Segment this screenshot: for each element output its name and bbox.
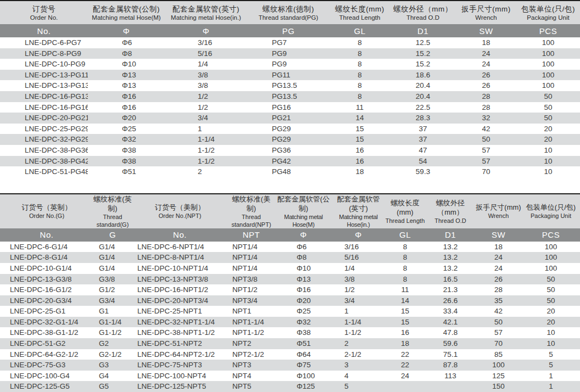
table-cell: LNE-DPC-25-G1	[0, 306, 93, 317]
table-row: LNE-DPC-125-G5G5LNE-DPC-125-NPT5NPT5Φ125…	[0, 381, 580, 392]
table-cell: 70	[475, 338, 522, 349]
table-cell: NPT3/4	[228, 295, 275, 306]
code-phi-metric: Φ	[275, 228, 332, 242]
code-gl: GL	[384, 228, 426, 242]
table-cell: NPT1-1/2	[228, 327, 275, 338]
table-cell: 18	[456, 37, 516, 48]
table-cell: 5	[522, 360, 580, 371]
table-cell: 1	[332, 306, 384, 317]
col-label-zh: 螺纹标准(美制)	[228, 194, 275, 213]
code-pg: PG	[247, 24, 330, 37]
table-cell: Φ13	[88, 80, 165, 91]
code-sw: SW	[456, 24, 516, 37]
table-row: LNE-DPC-51-PG48Φ512PG481859.37010	[0, 166, 580, 177]
table-cell: 85	[475, 349, 522, 360]
code-phi-metric: Φ	[88, 24, 165, 37]
table-cell: 24	[475, 252, 522, 263]
table-cell: 20	[516, 134, 580, 145]
col-thread-od: 螺纹外径（mm）Thread O.D	[390, 1, 456, 24]
table-row: LNE-DPC-32-PG29Φ321-1/4PG2915375020	[0, 134, 580, 145]
table-cell: 5/16	[165, 48, 247, 59]
table-cell: 15	[330, 134, 390, 145]
table-cell: 12.5	[390, 37, 456, 48]
table-cell: 42	[456, 124, 516, 135]
table-cell: LNE-DPC-13-NPT3/8	[132, 274, 228, 285]
col-label-en: Wrench	[475, 212, 522, 220]
table-cell: LNE-DPC-75-G3	[0, 360, 93, 371]
table-cell: 8	[384, 252, 426, 263]
col-label-zh: 配套金属软管(英寸)	[165, 4, 247, 14]
table-cell: Φ51	[88, 166, 165, 177]
col-label-zh: 螺纹标准(英制)	[93, 194, 132, 213]
table-row: LNE-DPC-16-PG13.5Φ161/2PG13.5820.42850	[0, 91, 580, 102]
table-cell: G1	[93, 306, 132, 317]
table-cell: 1/2	[165, 102, 247, 113]
table-cell: Φ75	[275, 360, 332, 371]
table-cell: LNE-DPC-32-PG29	[0, 134, 88, 145]
col-hose-metric: 配套金属软管(公制)Matching metal Hose(M)	[88, 1, 165, 24]
col-label-en: Thread standard(PG)	[247, 14, 330, 21]
table-cell: PG11	[247, 70, 330, 81]
table-cell: Φ25	[88, 124, 165, 135]
table-cell: 100	[516, 80, 580, 91]
table-row: LNE-DPC-10-G1/4G1/4LNE-DPC-10-NPT1/4NPT1…	[0, 263, 580, 274]
table-row: LNE-DPC-6-PG7Φ63/16PG7812.518100	[0, 37, 580, 48]
col-label-zh: 扳手尺寸(mm)	[475, 203, 522, 212]
table-cell: 50	[456, 134, 516, 145]
table-cell: 10	[516, 145, 580, 156]
table-cell: 20	[522, 317, 580, 328]
table-cell: NPT1	[228, 306, 275, 317]
table-cell: Φ16	[275, 284, 332, 295]
col-label-en: Matching metal Hose(M)	[275, 213, 332, 228]
table-cell: NPT3	[228, 360, 275, 371]
table-cell: PG9	[247, 48, 330, 59]
metric-pg-table-body: LNE-DPC-6-PG7Φ63/16PG7812.518100LNE-DPC-…	[0, 37, 580, 177]
metric-pg-table: 订货号Order No. 配套金属软管(公制)Matching metal Ho…	[0, 1, 580, 177]
table-cell: PG21	[247, 113, 330, 124]
code-no: No.	[0, 24, 88, 37]
table-cell: G1/2	[93, 284, 132, 295]
table-row: LNE-DPC-8-PG9Φ85/16PG9815.224100	[0, 48, 580, 59]
table-cell: 4	[332, 371, 384, 382]
col-label-zh: 包装单位(只/包)	[516, 4, 580, 14]
col-label-zh: 订货号（美制）	[132, 203, 228, 212]
table-cell: NPT2	[228, 338, 275, 349]
table-cell: 5/16	[332, 252, 384, 263]
table-cell: NPT2-1/2	[228, 349, 275, 360]
col-thread-standard-g: 螺纹标准(英制)Thread standard(G)	[93, 194, 132, 228]
table-cell: 100	[516, 70, 580, 81]
table-cell: LNE-DPC-25-NPT1	[132, 306, 228, 317]
header-row-codes: No. G No. NPT Φ Φ GL D1 SW PCS	[0, 228, 580, 242]
table-cell: 75.1	[426, 349, 475, 360]
col-hose-inch: 配套金属软管(英寸)Matching metal Hose(in.)	[165, 1, 247, 24]
col-thread-length: 螺纹长度(mm)Thread Length	[330, 1, 390, 24]
table-cell: 10	[516, 166, 580, 177]
table-cell: 100	[522, 263, 580, 274]
table-cell: G1/4	[93, 263, 132, 274]
table-cell: 16	[330, 145, 390, 156]
table-cell: 1	[165, 124, 247, 135]
table-cell: 47	[390, 145, 456, 156]
table-cell: 8	[330, 91, 390, 102]
table-cell: LNE-DPC-75-NPT3	[132, 360, 228, 371]
table-cell: LNE-DPC-13-G3/8	[0, 274, 93, 285]
col-label-en: Wrench	[456, 14, 516, 21]
col-wrench: 扳手尺寸(mm)Wrench	[456, 1, 516, 24]
table-cell: NPT3/8	[228, 274, 275, 285]
table-cell: 15	[384, 306, 426, 317]
table-cell: 100	[516, 59, 580, 70]
table-cell: 50	[522, 274, 580, 285]
table-cell: 20.4	[390, 80, 456, 91]
table-cell: NPT1-1/4	[228, 317, 275, 328]
col-order-no-npt: 订货号（美制）Order No.(NPT)	[132, 194, 228, 228]
table-cell	[426, 381, 475, 392]
table-cell: Φ38	[88, 145, 165, 156]
table-cell: LNE-DPC-25-PG29	[0, 124, 88, 135]
table-cell: 22.5	[390, 102, 456, 113]
header-row-codes: No. Φ Φ PG GL D1 SW PCS	[0, 24, 580, 37]
table-cell: LNE-DPC-51-G2	[0, 338, 93, 349]
table-cell: 26	[475, 274, 522, 285]
table-cell: 16	[330, 156, 390, 167]
table-cell: 50	[522, 295, 580, 306]
table-cell: LNE-DPC-10-NPT1/4	[132, 263, 228, 274]
